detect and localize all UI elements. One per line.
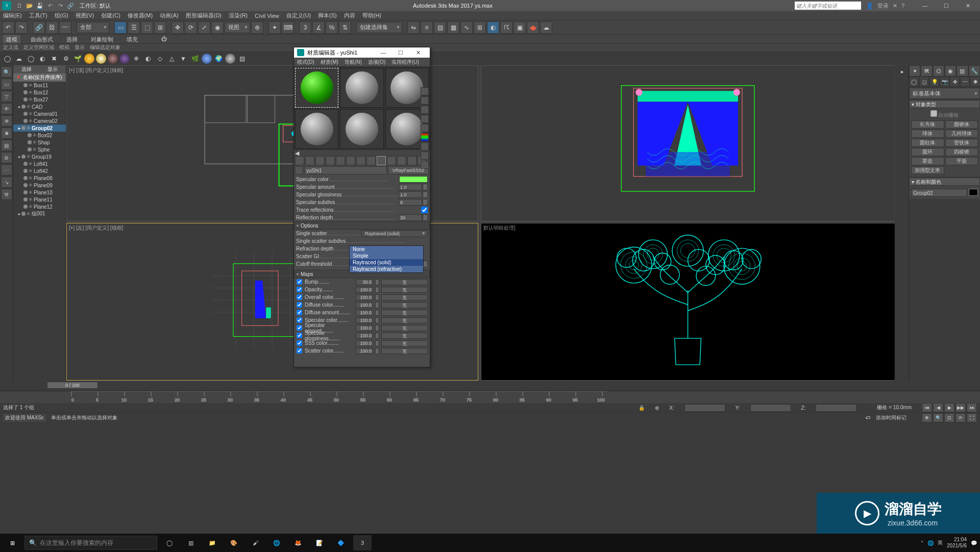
mat-side-4[interactable] [421, 115, 429, 123]
cmd-utilities-icon[interactable]: 🔧 [969, 65, 980, 77]
login-label[interactable]: 登录 [877, 2, 889, 10]
time-slider-thumb[interactable]: 0 / 100 [47, 382, 98, 389]
mat-tb-9[interactable] [377, 156, 386, 165]
spec-subdivs-spinner[interactable] [423, 199, 428, 206]
tray-net-icon[interactable]: 🌐 [927, 540, 934, 546]
mat-tb-5[interactable] [336, 156, 345, 165]
menu-grapheditors[interactable]: 图形编辑器(D) [186, 12, 222, 19]
map-check[interactable] [297, 340, 302, 345]
schematic-button[interactable]: ⊞ [474, 21, 486, 34]
scene-item[interactable]: ▸❄CAD [13, 103, 66, 110]
mat-minimize-button[interactable]: — [375, 49, 392, 56]
mat-tb-8[interactable] [366, 156, 376, 165]
map-spinner[interactable] [375, 333, 379, 339]
anim-prev-icon[interactable]: ◀ [933, 403, 943, 412]
scale-button[interactable]: ⤢ [198, 21, 210, 34]
mat-close-button[interactable]: ✕ [409, 49, 427, 56]
window-crossing-button[interactable]: ⊞ [154, 21, 166, 34]
selection-filter[interactable]: 全部 [77, 22, 109, 33]
mat-tb-10[interactable] [387, 156, 396, 165]
toggle-ribbon-button[interactable]: ▦ [447, 21, 459, 34]
mat-side-1[interactable] [421, 87, 429, 95]
map-check[interactable] [297, 302, 302, 307]
select-region-button[interactable]: ⬚ [141, 21, 153, 34]
cmd-hierarchy-icon[interactable]: ⌬ [933, 65, 944, 77]
undo-button[interactable]: ↶ [2, 21, 14, 34]
mat-slot-1[interactable] [295, 68, 338, 108]
env-icon-6[interactable]: ⚙ [61, 54, 71, 64]
ime-indicator[interactable]: 英 [938, 539, 943, 546]
save-icon[interactable]: 💾 [36, 2, 44, 10]
primitive-button[interactable]: 加强型文本 [911, 166, 944, 174]
place-button[interactable]: ◉ [211, 21, 224, 34]
ribbon-tab-objectpaint[interactable]: 对象绘制 [88, 35, 116, 43]
material-editor-button[interactable]: ◐ [487, 21, 499, 34]
env-icon-11[interactable]: △ [166, 54, 177, 64]
lt-prop-icon[interactable]: ⚙ [1, 152, 12, 163]
taskview-icon[interactable]: ▥ [182, 535, 200, 550]
explorer-icon[interactable]: 📁 [203, 535, 222, 550]
minimize-button[interactable]: — [915, 1, 935, 10]
sun-icon[interactable] [84, 54, 94, 64]
ribbon-tab-freeform[interactable]: 自由形式 [28, 35, 56, 43]
scene-item[interactable]: ❄Box12 [13, 89, 66, 96]
scene-item[interactable]: ❄Camera02 [13, 117, 66, 124]
snowflake-icon[interactable]: ❄ [131, 54, 141, 64]
orbit-icon[interactable]: ⟳ [955, 413, 966, 422]
map-check[interactable] [297, 348, 302, 353]
mat-maximize-button[interactable]: ☐ [392, 49, 409, 56]
mat-tb-2[interactable] [305, 156, 314, 165]
tray-chevron-icon[interactable]: ˄ [921, 540, 923, 546]
taskbar-search[interactable]: 🔍 在这里输入你要搜索的内容 [24, 536, 157, 550]
map-spinner[interactable] [375, 279, 379, 285]
spec-gloss-input[interactable]: 1.0 [399, 191, 422, 198]
menu-civilview[interactable]: Civil View [255, 13, 279, 19]
cortana-icon[interactable]: ◯ [160, 535, 179, 550]
map-value[interactable]: 100.0 [356, 333, 373, 339]
map-value[interactable]: 100.0 [356, 340, 373, 346]
zcoord-input[interactable] [816, 404, 856, 412]
mat-menu-utilities[interactable]: 实用程序(U) [391, 59, 419, 66]
primitive-button[interactable]: 圆锥体 [945, 120, 978, 129]
map-slot-button[interactable]: 无 [381, 317, 428, 323]
light-icon-2[interactable] [108, 54, 118, 64]
map-value[interactable]: 100.0 [356, 325, 373, 331]
anim-start-icon[interactable]: ⏮ [922, 403, 932, 412]
timetag-label[interactable]: 添加时间标记 [876, 414, 906, 421]
cmd-modify-icon[interactable]: 🛠 [921, 65, 932, 77]
object-name-input[interactable] [911, 189, 967, 197]
named-selection-set[interactable]: 创建选择集 [356, 22, 402, 33]
autogrid-check[interactable]: 自动栅格 [911, 110, 978, 119]
map-slot-button[interactable]: 无 [381, 287, 428, 293]
menu-content[interactable]: 内容 [344, 12, 355, 19]
scene-item[interactable]: ❄Loft41 [13, 160, 66, 167]
app-icon-2[interactable]: 🖌 [246, 535, 264, 550]
workspace-selector[interactable]: 工作区: 默认 [80, 2, 111, 10]
mat-tb-3[interactable] [315, 156, 325, 165]
viewport-front[interactable] [481, 65, 895, 221]
move-button[interactable]: ✥ [172, 21, 184, 34]
create-helpers-icon[interactable]: ✥ [950, 77, 960, 87]
env-icon-4[interactable]: ◐ [37, 54, 47, 64]
subr-editsel[interactable]: 编辑选定对象 [90, 44, 120, 52]
scene-item-list[interactable]: ❄Box11❄Box12❄Box27▸❄CAD❄Camera01❄Camera0… [13, 82, 66, 381]
scene-item[interactable]: ❄Plane10 [13, 189, 66, 196]
refl-depth-input[interactable]: 30 [399, 214, 422, 221]
signin-icon[interactable]: 👤 [866, 3, 873, 9]
lt-hide-icon[interactable]: ✖ [1, 128, 12, 139]
render-button[interactable]: 🫖 [527, 21, 539, 34]
mat-tb-12[interactable] [407, 156, 416, 165]
mat-menu-options[interactable]: 选项(O) [368, 59, 385, 66]
spec-amount-input[interactable]: 1.0 [399, 184, 422, 190]
map-slot-button[interactable]: 无 [381, 310, 428, 316]
mat-menu-material[interactable]: 材质(M) [321, 59, 338, 66]
create-systems-icon[interactable]: ✱ [970, 77, 980, 87]
map-slot-button[interactable]: 无 [381, 294, 428, 300]
render-online-button[interactable]: ☁ [540, 21, 552, 34]
scene-item[interactable]: ❄Shap [13, 139, 66, 146]
mat-side-colors[interactable] [421, 133, 429, 141]
mat-slot-2[interactable] [340, 68, 383, 108]
help-search-input[interactable] [795, 2, 861, 10]
zoom-extents-icon[interactable]: ⊡ [944, 413, 954, 422]
mat-side-3[interactable] [421, 106, 429, 114]
